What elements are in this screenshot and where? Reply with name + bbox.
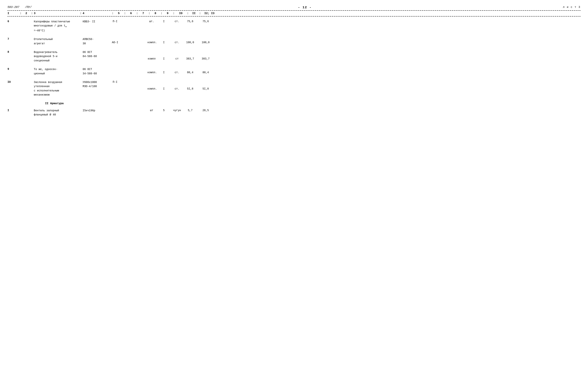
row-name-9: То же, односек-ционный xyxy=(34,67,79,76)
row-model-sub1: I5кч196р xyxy=(83,108,107,113)
row-qty-10: I xyxy=(160,80,168,91)
col-sep-10: : xyxy=(186,12,190,15)
section-label-ii: II Арматура xyxy=(45,102,64,105)
row-material-9: ст. xyxy=(172,67,182,74)
col-header-10: IO xyxy=(176,12,186,15)
header-divider xyxy=(7,16,581,17)
row-unit-7: компл. xyxy=(147,37,156,45)
row-mark-10: П-I xyxy=(111,80,119,84)
row-qty-sub1: 5 xyxy=(160,108,168,112)
doc-number: 503-207 xyxy=(7,6,19,9)
table-row: 6 Калориферы пластинчатые многоходовые /… xyxy=(7,18,581,34)
table-row: I Вентиль запорныйфланцевый Ø 40 I5кч196… xyxy=(7,107,581,118)
row-mass-unit-8: 383,7 xyxy=(186,50,194,61)
sheet-info: л и с т 3 xyxy=(563,6,581,9)
row-model-9: 06 ОСТ34-588-68 xyxy=(83,67,107,76)
page-header: 503-207 /ПУ/ - 12 - л и с т 3 xyxy=(7,6,581,9)
row-qty-8: I xyxy=(160,50,168,61)
col-header-1: I xyxy=(7,12,19,15)
row-mass-total-7: 100,0 xyxy=(198,37,213,45)
col-header-9: 9 xyxy=(163,12,172,15)
col-header-7: 7 xyxy=(139,12,147,15)
row-unit-6: шт. xyxy=(147,20,156,24)
row-model-8: 06 ОСТ84-588-68 xyxy=(83,50,107,59)
col-header-12-13: I2; I3 xyxy=(202,12,217,15)
col-header-3: 3 xyxy=(34,12,79,15)
row-qty-7: I xyxy=(160,37,168,45)
col-sep-7: : xyxy=(147,12,151,15)
row-unit-10: компл. xyxy=(147,80,156,91)
table-row: IO Заслонка воздушная утепленнаяс исполн… xyxy=(7,78,581,98)
row-num-6: 6 xyxy=(7,20,19,24)
row-model-6: КВБ3- II xyxy=(83,20,107,24)
row-num-7: 7 xyxy=(7,37,19,41)
col-header-11: II xyxy=(190,12,198,15)
col-sep-11: : xyxy=(198,12,202,15)
row-unit-9: компл. xyxy=(147,67,156,74)
table-row: 9 То же, односек-ционный 06 ОСТ34-588-68… xyxy=(7,65,581,77)
row-mass-total-10: 5I,8 xyxy=(198,80,213,91)
row-mass-unit-7: 100,0 xyxy=(186,37,194,45)
row-qty-6: I xyxy=(160,20,168,24)
row-mark-6: П-I xyxy=(111,20,119,24)
header-left: 503-207 /ПУ/ xyxy=(7,6,32,9)
row-material-7: ст. xyxy=(172,37,182,45)
col-header-4: 4 xyxy=(83,12,111,15)
table-row: 7 Отопительныйагрегат АПВС50-30 АО-I ком… xyxy=(7,35,581,47)
col-sep-6: : xyxy=(135,12,139,15)
row-num-sub1: I xyxy=(7,108,19,112)
page-title: - 12 - xyxy=(47,6,563,9)
col-sep-5: : xyxy=(123,12,127,15)
top-divider xyxy=(7,10,581,11)
row-mass-unit-10: 5I,8 xyxy=(186,80,194,91)
row-model-10: У600х1000МЗО-4/100 xyxy=(83,80,107,89)
row-unit-sub1: шт xyxy=(147,108,156,112)
column-headers: I : 2 : 3 : 4 : 5 : 6 : 7 : 8 : 9 : IO :… xyxy=(7,12,581,15)
col-header-2: 2 xyxy=(23,12,30,15)
table-row: 8 Водонагревательводоводяной 5-исекционн… xyxy=(7,48,581,64)
row-num-9: 9 xyxy=(7,67,19,71)
row-name-7: Отопительныйагрегат xyxy=(34,37,79,46)
col-sep-8: : xyxy=(160,12,163,15)
col-sep-3: : xyxy=(79,12,83,15)
row-mass-total-6: 75,6 xyxy=(198,20,213,24)
row-num-10: IO xyxy=(7,80,19,84)
row-qty-9: I xyxy=(160,67,168,74)
row-mass-total-sub1: 28,5 xyxy=(198,108,213,112)
row-name-10: Заслонка воздушная утепленнаяс исполните… xyxy=(34,80,79,97)
col-header-6: 6 xyxy=(127,12,135,15)
col-header-5: 5 xyxy=(115,12,123,15)
row-material-6: ст. xyxy=(172,20,182,24)
col-header-8: 8 xyxy=(151,12,160,15)
col-sep-9: : xyxy=(172,12,176,15)
row-mass-unit-sub1: 5,7 xyxy=(186,108,194,112)
row-mass-total-9: 80,4 xyxy=(198,67,213,74)
row-material-sub1: чугун xyxy=(172,108,182,112)
row-mass-unit-9: 80,4 xyxy=(186,67,194,74)
row-model-7: АПВС50-30 xyxy=(83,37,107,46)
row-num-8: 8 xyxy=(7,50,19,54)
row-name-6: Калориферы пластинчатые многоходовые / д… xyxy=(34,20,79,33)
row-mark-7: АО-I xyxy=(111,37,119,45)
col-sep-4: : xyxy=(111,12,115,15)
doc-code: /ПУ/ xyxy=(25,6,32,9)
row-unit-8: компл xyxy=(147,50,156,61)
col-sep-1: : xyxy=(19,12,23,15)
row-mass-total-8: 383,7 xyxy=(198,50,213,61)
row-name-8: Водонагревательводоводяной 5-исекционный xyxy=(34,50,79,63)
row-mass-unit-6: 75,6 xyxy=(186,20,194,24)
section-header: II Арматура xyxy=(7,100,581,106)
col-sep-2: : xyxy=(30,12,34,15)
row-material-8: ст xyxy=(172,50,182,61)
row-name-sub1: Вентиль запорныйфланцевый Ø 40 xyxy=(34,108,79,117)
row-material-10: ст. xyxy=(172,80,182,91)
